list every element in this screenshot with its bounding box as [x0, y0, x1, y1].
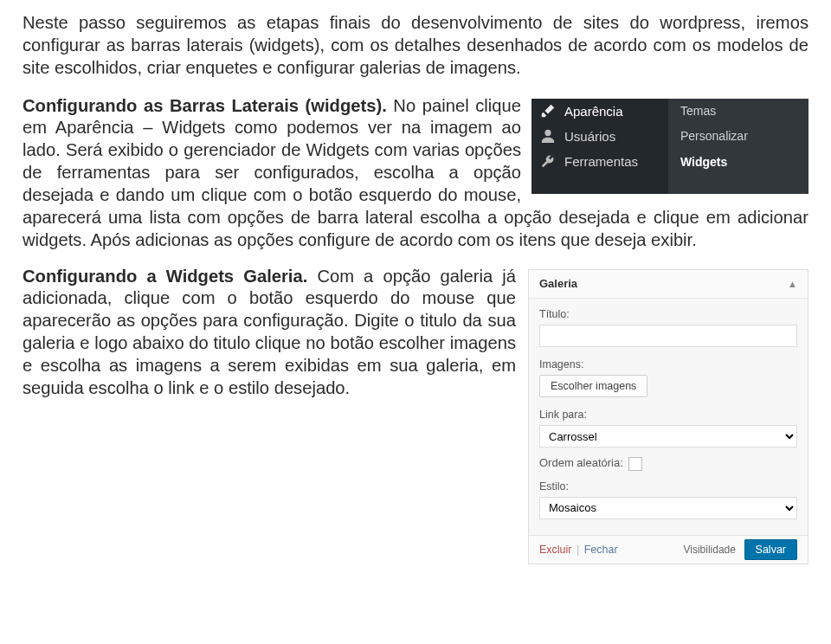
galeria-footer-links: Excluir | Fechar [539, 543, 618, 557]
galeria-random-label: Ordem aleatória: [539, 456, 623, 471]
brush-icon [540, 103, 556, 119]
wp-menu-main-column: Aparência Usuários Ferramentas [531, 99, 668, 194]
galeria-title-label: Título: [539, 307, 797, 321]
section3-text: Com a opção galeria já adicionada, cliqu… [23, 267, 516, 397]
galeria-link-select[interactable]: Carrossel [539, 425, 797, 448]
galeria-delete-link[interactable]: Excluir [539, 544, 572, 556]
galeria-images-label: Imagens: [539, 357, 797, 371]
galeria-style-select[interactable]: Mosaicos [539, 497, 797, 519]
galeria-widget-footer: Excluir | Fechar Visibilidade Salvar [529, 535, 808, 564]
galeria-random-checkbox[interactable] [628, 457, 642, 471]
galeria-footer-right: Visibilidade Salvar [683, 543, 797, 557]
galeria-random-row: Ordem aleatória: [539, 456, 797, 471]
wp-menu-item-aparencia[interactable]: Aparência [531, 99, 668, 124]
choose-images-button[interactable]: Escolher imagens [539, 375, 647, 397]
section-widgets-config: Aparência Usuários Ferramentas Temas [23, 95, 808, 252]
section2-heading: Configurando as Barras Laterais (widgets… [23, 96, 387, 115]
wp-submenu-widgets[interactable]: Widgets [668, 150, 808, 176]
intro-paragraph: Neste passo seguiremos as etapas finais … [23, 12, 808, 80]
wp-menu-item-label: Usuários [564, 128, 615, 145]
wp-menu-item-label: Ferramentas [564, 153, 638, 170]
galeria-link-label: Link para: [539, 408, 797, 422]
galeria-visibility-link[interactable]: Visibilidade [683, 544, 736, 556]
galeria-style-label: Estilo: [539, 480, 797, 493]
wp-submenu-column: Temas Personalizar Widgets [668, 99, 808, 194]
wp-menu-item-label: Aparência [564, 103, 623, 119]
svg-point-0 [544, 130, 551, 136]
galeria-close-link[interactable]: Fechar [584, 544, 618, 556]
chevron-up-icon: ▲ [788, 278, 797, 290]
wp-submenu-temas[interactable]: Temas [668, 99, 808, 125]
galeria-widget-panel: Galeria ▲ Título: Imagens: Escolher imag… [528, 269, 808, 565]
galeria-save-button[interactable]: Salvar [744, 539, 797, 560]
galeria-title-input[interactable] [539, 325, 797, 347]
section-galeria-config: Galeria ▲ Título: Imagens: Escolher imag… [23, 266, 808, 565]
user-icon [540, 128, 556, 144]
wp-menu-item-ferramentas[interactable]: Ferramentas [531, 149, 668, 174]
wrench-icon [540, 154, 556, 170]
wp-menu-item-usuarios[interactable]: Usuários [531, 124, 668, 149]
galeria-widget-header[interactable]: Galeria ▲ [529, 270, 808, 299]
galeria-widget-title: Galeria [539, 277, 577, 292]
wp-admin-menu-screenshot: Aparência Usuários Ferramentas Temas [531, 99, 808, 194]
section3-heading: Configurando a Widgets Galeria. [23, 267, 307, 286]
wp-submenu-personalizar[interactable]: Personalizar [668, 124, 808, 150]
separator: | [577, 544, 579, 556]
galeria-widget-body: Título: Imagens: Escolher imagens Link p… [529, 299, 808, 535]
